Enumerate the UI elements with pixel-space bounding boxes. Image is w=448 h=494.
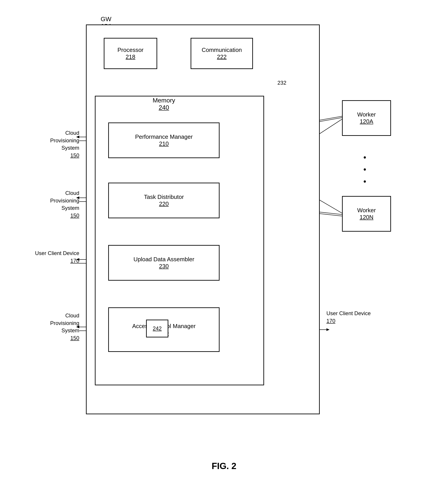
worker-a-num: 120A (360, 118, 373, 125)
processor-num: 218 (126, 53, 135, 60)
user-client-1-title: User Client Device (35, 249, 79, 257)
processor-box: Processor 218 (104, 38, 157, 69)
communication-box: Communication 222 (191, 38, 253, 69)
cloud-prov-1-title: Cloud Provisioning System (35, 129, 79, 152)
communication-num: 222 (217, 53, 226, 60)
performance-manager-box: Performance Manager 210 (108, 123, 219, 158)
memory-title: Memory (131, 97, 197, 104)
communication-title: Communication (202, 47, 242, 53)
upload-assembler-box: Upload Data Assembler 230 (108, 245, 219, 281)
memory-label: Memory 240 (131, 97, 197, 111)
svg-marker-38 (327, 328, 329, 331)
diagram: GW 124 Processor 218 Communication 222 2… (35, 13, 413, 454)
task-distributor-box: Task Distributor 220 (108, 183, 219, 218)
cloud-prov-3-num: 150 (35, 334, 79, 342)
performance-manager-num: 210 (159, 140, 169, 147)
cloud-prov-1-num: 150 (35, 152, 79, 159)
user-client-2-label: User Client Device 170 (327, 309, 371, 324)
worker-n-box: Worker 120N (342, 196, 391, 232)
cloud-prov-2-title: Cloud Provisioning System (35, 189, 79, 212)
user-client-2-num: 170 (327, 317, 371, 325)
worker-a-box: Worker 120A (342, 100, 391, 136)
cloud-prov-2-label: Cloud Provisioning System 150 (35, 189, 79, 219)
user-client-1-label: User Client Device 170 (35, 249, 79, 264)
worker-dots: ••• (363, 151, 366, 187)
worker-a-title: Worker (357, 111, 376, 118)
performance-manager-title: Performance Manager (135, 133, 193, 140)
upload-assembler-num: 230 (159, 263, 169, 270)
cloud-prov-3-title: Cloud Provisioning System (35, 312, 79, 334)
task-distributor-num: 220 (159, 200, 169, 207)
cloud-prov-3-label: Cloud Provisioning System 150 (35, 312, 79, 342)
acm-inner-box: 242 (146, 320, 168, 337)
memory-num: 240 (131, 104, 197, 111)
worker-n-title: Worker (357, 207, 376, 214)
user-client-2-title: User Client Device (327, 309, 371, 317)
gw-title: GW (86, 16, 126, 23)
processor-title: Processor (117, 47, 143, 53)
cloud-prov-1-label: Cloud Provisioning System 150 (35, 129, 79, 159)
acm-inner-num: 242 (153, 325, 162, 332)
user-client-1-num: 170 (35, 257, 79, 265)
task-distributor-title: Task Distributor (144, 194, 184, 200)
upload-assembler-title: Upload Data Assembler (133, 256, 194, 263)
bus-label: 232 (278, 80, 286, 86)
cloud-prov-2-num: 150 (35, 212, 79, 219)
figure-label: FIG. 2 (212, 461, 236, 471)
worker-n-num: 120N (360, 214, 373, 221)
